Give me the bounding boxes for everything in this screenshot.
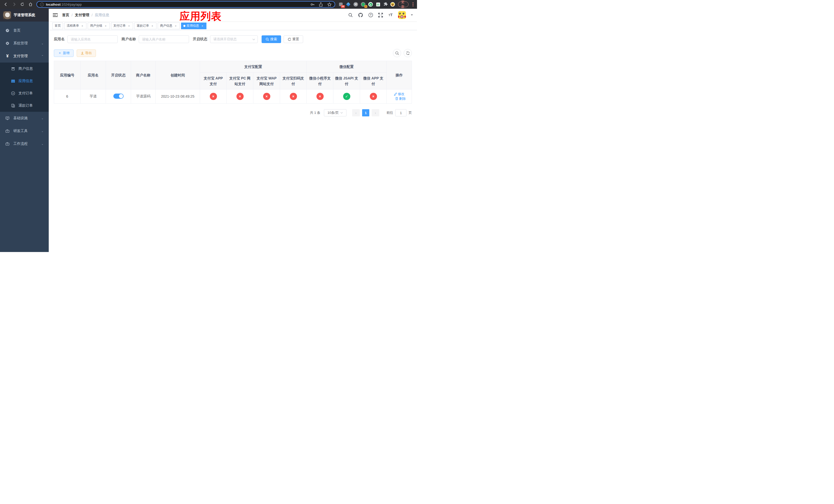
tag-user-group[interactable]: 用户分组× — [88, 23, 110, 29]
browser-menu-icon[interactable] — [411, 2, 415, 7]
yen-circle-icon: ¥ — [11, 91, 15, 95]
status-select[interactable]: 请选择开启状态 — [210, 36, 258, 43]
sidebar-item-system[interactable]: 系统管理 ⌄ — [0, 37, 49, 50]
pagination-total: 共 1 条 — [310, 111, 320, 115]
toggle-search-button[interactable] — [393, 49, 401, 57]
browser-reload-icon[interactable] — [20, 2, 25, 7]
close-icon[interactable]: × — [127, 24, 131, 28]
prev-page-button[interactable]: ‹ — [352, 109, 360, 116]
next-page-button[interactable]: › — [372, 109, 379, 116]
extension-command-icon[interactable]: ⌘ — [353, 2, 358, 7]
tag-app-info[interactable]: 应用信息× — [181, 23, 206, 29]
col-header-alipay-app: 支付宝 APP 支付 — [200, 72, 227, 90]
app-name-input[interactable] — [67, 36, 118, 43]
share-icon[interactable] — [319, 2, 323, 7]
tag-refund-order[interactable]: 退款订单× — [134, 23, 156, 29]
group-header-alipay: 支付宝配置 — [200, 61, 307, 72]
search-form: 应用名 商户名称 开启状态 请选择开启状态 搜索 重置 — [54, 36, 412, 43]
svg-text:¥: ¥ — [13, 92, 14, 95]
extension-grid-icon[interactable]: 10 — [338, 2, 344, 7]
add-button[interactable]: ＋ 新增 — [54, 49, 73, 57]
breadcrumb-payment[interactable]: 支付管理 — [75, 13, 89, 18]
alipay-wap-status-icon: × — [263, 93, 270, 100]
tag-merchant-info[interactable]: 商户信息× — [158, 23, 180, 29]
export-button[interactable]: 导出 — [77, 49, 96, 57]
cell-created: 2021-10-23 08:49:25 — [156, 90, 200, 104]
browser-forward-icon[interactable] — [12, 2, 16, 7]
tag-pay-order[interactable]: 支付订单× — [111, 23, 133, 29]
url-bar[interactable]: i localhost:1024/pay/app — [37, 1, 335, 8]
app-title: 芋道管理系统 — [14, 13, 35, 18]
top-navbar: 首页 / 支付管理 / 应用信息 ? TT — [49, 9, 417, 22]
sidebar-item-app-info[interactable]: 应用信息 — [0, 75, 49, 87]
browser-home-icon[interactable] — [28, 2, 33, 7]
goto-page-input[interactable] — [395, 109, 407, 116]
close-icon[interactable]: × — [201, 24, 204, 28]
sidebar-item-dev-tools[interactable]: 研发工具 ⌄ — [0, 124, 49, 137]
tag-home[interactable]: 首页 — [52, 23, 63, 29]
search-icon — [266, 38, 269, 41]
sidebar-toggle-icon[interactable] — [53, 13, 58, 18]
app-name-label: 应用名 — [54, 37, 65, 42]
page-content: 应用名 商户名称 开启状态 请选择开启状态 搜索 重置 — [49, 30, 417, 252]
col-header-alipay-pc: 支付宝 PC 网站支付 — [227, 72, 254, 90]
chevron-down-icon: ⌄ — [41, 42, 44, 45]
close-icon[interactable]: × — [151, 24, 154, 28]
chevron-down-icon — [340, 112, 343, 114]
delete-link[interactable]: 删除 — [395, 96, 406, 101]
url-text[interactable]: localhost:1024/pay/app — [46, 3, 310, 6]
extension-kite-icon[interactable] — [346, 2, 351, 7]
help-icon[interactable]: ? — [368, 13, 373, 18]
refresh-table-button[interactable] — [404, 49, 412, 57]
sidebar-item-pay-order[interactable]: ¥ 支付订单 — [0, 87, 49, 99]
page-size-select[interactable]: 10条/页 — [324, 109, 347, 116]
status-toggle[interactable] — [113, 94, 124, 99]
browser-update-button[interactable]: 更新 — [398, 2, 409, 7]
monitor-chart-icon — [5, 116, 10, 120]
sidebar-item-home[interactable]: 首页 — [0, 24, 49, 37]
bookmark-star-icon[interactable] — [327, 2, 332, 7]
browser-back-icon[interactable] — [4, 2, 8, 7]
extension-emoji-icon[interactable] — [390, 2, 395, 7]
extension-y-icon[interactable]: y — [368, 2, 373, 7]
user-avatar[interactable] — [398, 11, 406, 19]
sidebar-item-payment[interactable]: ¥ 支付管理 ⌃ — [0, 50, 49, 63]
close-icon[interactable]: × — [81, 24, 84, 28]
current-page-button[interactable]: 1 — [362, 109, 369, 116]
close-icon[interactable]: × — [104, 24, 107, 28]
wx-jsapi-status-icon: ✓ — [343, 93, 350, 100]
font-size-icon[interactable]: TT — [388, 13, 393, 18]
sidebar-item-infrastructure[interactable]: 基础设施 ⌄ — [0, 112, 49, 124]
site-info-icon[interactable]: i — [40, 3, 44, 6]
extension-doc-icon[interactable]: ▤ — [375, 2, 380, 7]
cell-app-id: 6 — [54, 90, 81, 104]
sidebar-item-refund-order[interactable]: 退款订单 — [0, 99, 49, 112]
app-table: 应用编号 应用名 开启状态 商户名称 创建时间 支付宝配置 微信配置 操作 支付… — [54, 61, 412, 104]
col-header-alipay-wap: 支付宝 WAP 网站支付 — [254, 72, 280, 90]
extensions-puzzle-icon[interactable] — [383, 2, 388, 7]
password-key-icon[interactable] — [310, 2, 315, 7]
extension-recorder-icon[interactable]: 1 — [360, 2, 366, 7]
merchant-name-input[interactable] — [139, 36, 189, 43]
close-icon[interactable]: × — [174, 24, 177, 28]
github-icon[interactable] — [358, 13, 363, 18]
app-logo[interactable]: 芋道管理系统 — [0, 9, 49, 22]
user-menu-caret-icon[interactable] — [411, 14, 413, 17]
wx-mini-status-icon: × — [316, 93, 324, 100]
alipay-qr-status-icon: × — [290, 93, 297, 100]
cell-merchant: 芋道源码 — [131, 90, 156, 104]
edit-link[interactable]: 修改 — [394, 92, 404, 96]
reset-button[interactable]: 重置 — [284, 36, 303, 43]
search-button[interactable]: 搜索 — [262, 36, 281, 43]
col-header-app-name: 应用名 — [81, 61, 106, 90]
header-search-icon[interactable] — [348, 13, 353, 18]
sidebar-item-workflow[interactable]: 工作流程 ⌄ — [0, 137, 49, 150]
breadcrumb-home[interactable]: 首页 — [62, 13, 69, 18]
sidebar-item-merchant-info[interactable]: 商户信息 — [0, 63, 49, 75]
tag-process-form[interactable]: 流程表单× — [64, 23, 86, 29]
refresh-icon — [288, 38, 291, 41]
yen-icon: ¥ — [5, 53, 10, 59]
chevron-down-icon: ⌄ — [41, 117, 44, 120]
download-icon — [81, 51, 84, 55]
fullscreen-icon[interactable] — [378, 13, 383, 18]
